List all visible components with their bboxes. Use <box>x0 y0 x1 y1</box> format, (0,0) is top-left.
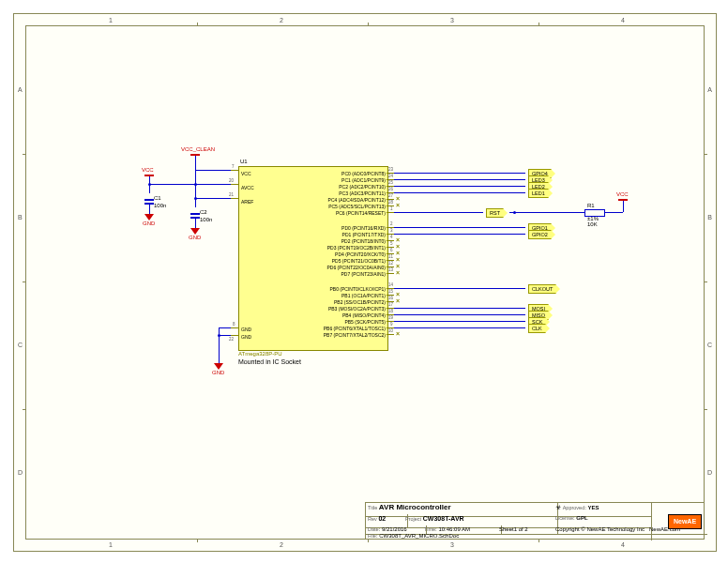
pinno-28: 28 <box>388 200 393 205</box>
col-num-bot-3: 3 <box>450 541 454 548</box>
col-num-top-1: 1 <box>109 17 113 23</box>
pin-pc6: PC6 (PCINT14/RESET) <box>336 210 386 216</box>
pin-pd3: PD3 (PCINT19/OC2B/INT1) <box>327 245 386 251</box>
port-clk: CLK <box>528 324 546 333</box>
tb-approved-value: YES <box>588 505 599 510</box>
row-let-r-d: D <box>707 469 712 476</box>
tb-title-value: AVR Microcontroller <box>379 503 451 511</box>
pin-avcc: AVCC <box>241 185 254 190</box>
pinno-4: 4 <box>390 235 393 239</box>
gnd-c2: GND <box>189 235 201 240</box>
pinno-21: 21 <box>229 192 234 197</box>
chip-u1: VCC AVCC AREF GND GND PC0 (ADC0/PCINT8) … <box>238 166 388 351</box>
title-block: Title AVR Microcontroller ☣ Approved: YE… <box>365 502 704 539</box>
row-let-l-c: C <box>18 342 23 348</box>
pinno-24: 24 <box>388 174 393 178</box>
col-num-top-3: 3 <box>450 17 454 23</box>
gnd-c1: GND <box>143 221 155 226</box>
pinno-8: 8 <box>233 322 235 327</box>
drawing-sheet: 1 2 3 4 1 2 3 4 A B C D A B C D VCC_CL <box>13 13 717 552</box>
logo-newae: NewAE <box>668 514 702 529</box>
gnd-chip: GND <box>212 370 224 375</box>
pinno-14: 14 <box>388 282 393 287</box>
pin-pc4: PC4 (ADC4/SDA/PCINT12) <box>328 197 386 203</box>
pin-pb7: PB7 (PCINT7/XTAL2/TOSC2) <box>324 332 386 338</box>
row-let-l-b: B <box>18 214 23 221</box>
c2-ref: C2 <box>200 209 207 215</box>
pinno-20: 20 <box>229 178 234 183</box>
pinno-17: 17 <box>388 302 393 307</box>
schematic-canvas: VCC_CLEAN VCC C1 100n <box>26 26 704 539</box>
u1-ref: U1 <box>240 159 248 164</box>
pin-gnd22: GND <box>241 334 251 340</box>
col-num-bot-4: 4 <box>621 541 625 548</box>
net-vcc-left: VCC <box>142 167 154 173</box>
net-vcc-clean: VCC_CLEAN <box>181 146 215 152</box>
pin-aref: AREF <box>241 199 253 205</box>
pin-pd5: PD5 (PCINT21/OC0B/T1) <box>332 258 386 264</box>
pinno-9: 9 <box>390 322 393 327</box>
tb-project-label: Project <box>405 516 421 522</box>
pin-pb2: PB2 (SS/OC1B/PCINT2) <box>334 299 386 305</box>
pin-pc5: PC5 (ADC5/SCL/PCINT13) <box>328 204 386 209</box>
c1-val: 100n <box>154 203 166 208</box>
col-num-bot-2: 2 <box>280 541 283 548</box>
port-clkout: CLKOUT <box>528 284 556 294</box>
tb-license-value: GPL <box>576 515 587 521</box>
row-let-r-c: C <box>707 342 712 348</box>
row-let-l-a: A <box>18 86 23 93</box>
nc-pb7: × <box>396 331 402 337</box>
pinno-7: 7 <box>232 164 235 169</box>
pinno-25: 25 <box>388 180 393 185</box>
pin-pc0: PC0 (ADC0/PCINT8) <box>341 171 386 176</box>
pinno-16: 16 <box>388 296 393 300</box>
net-vcc-r1: VCC <box>616 191 629 197</box>
pinno-27: 27 <box>388 193 393 198</box>
pin-pd6: PD6 (PCINT22/OC0A/AIN0) <box>326 265 386 270</box>
pinno-2: 2 <box>390 221 393 226</box>
c2-val: 100n <box>200 217 212 222</box>
col-num-bot-1: 1 <box>109 541 113 548</box>
port-led1: LED1 <box>528 189 549 198</box>
pin-pb5: PB5 (SCK/PCINT5) <box>344 319 386 325</box>
pinno-13: 13 <box>388 267 393 272</box>
pin-gnd8: GND <box>241 327 251 332</box>
tb-rev-label: Rev <box>368 516 377 522</box>
pinno-23: 23 <box>388 167 393 172</box>
inner-frame: 1 2 3 4 1 2 3 4 A B C D A B C D VCC_CL <box>25 25 705 540</box>
pin-pb4: PB4 (MISO/PCINT4) <box>342 312 386 318</box>
pin-pb1: PB1 (OC1A/PCINT1) <box>341 293 386 298</box>
pinno-18: 18 <box>388 309 393 313</box>
pinno-5: 5 <box>390 241 393 246</box>
pinno-12: 12 <box>388 261 393 266</box>
row-let-l-d: D <box>18 469 23 476</box>
pinno-1: 1 <box>390 206 393 211</box>
pin-pc2: PC2 (ADC2/PCINT10) <box>339 184 386 190</box>
pin-pc3: PC3 (ADC3/PCINT11) <box>339 190 386 196</box>
tb-approved-label: Approved <box>563 505 585 510</box>
nc-pb2: × <box>396 298 402 304</box>
pinno-15: 15 <box>388 289 393 294</box>
nc-pc5: × <box>396 203 402 208</box>
pinno-11: 11 <box>388 254 393 259</box>
r1-ref: R1 <box>587 203 595 208</box>
pin-pc1: PC1 (ADC1/PCINT9) <box>341 177 386 183</box>
col-num-top-4: 4 <box>621 17 625 23</box>
pin-pd7: PD7 (PCINT23/AIN1) <box>341 271 386 277</box>
row-let-r-b: B <box>707 214 712 221</box>
tb-file-value: CW308T_AVR_MICRO.SchDoc <box>379 533 459 539</box>
pinno-22: 22 <box>229 337 234 342</box>
u1-note: Mounted in IC Socket <box>238 358 301 365</box>
pin-vcc: VCC <box>241 171 251 176</box>
u1-part: ATmega328P-PU <box>238 351 282 357</box>
tb-project-value: CW308T-AVR <box>423 515 464 522</box>
pin-pd4: PD4 (PCINT20/XCK/T0) <box>335 251 386 257</box>
c1-ref: C1 <box>154 195 161 201</box>
nc-pd7: × <box>396 270 402 276</box>
tb-license-label: License <box>555 515 573 521</box>
pinno-19: 19 <box>388 315 393 320</box>
col-num-top-2: 2 <box>280 17 283 23</box>
pin-pb3: PB3 (MOSI/OC2A/PCINT3) <box>328 306 386 312</box>
port-gpio2: GPIO2 <box>528 230 552 239</box>
pinno-6: 6 <box>390 248 393 252</box>
